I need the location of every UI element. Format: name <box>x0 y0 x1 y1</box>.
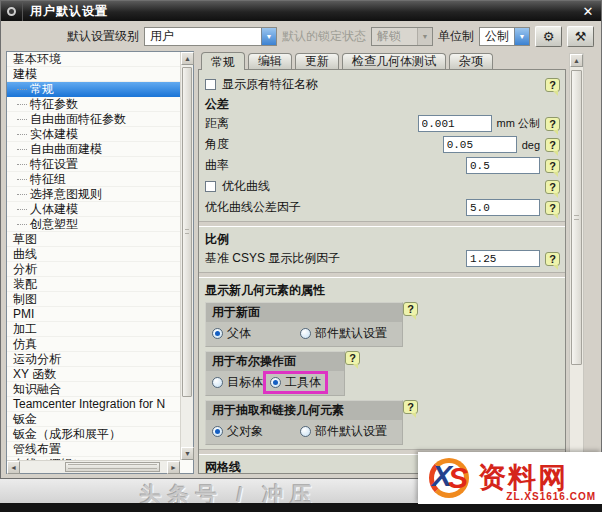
legacy-feature-names-row: 显示原有特征名称 ? <box>205 74 560 95</box>
scroll-up-icon[interactable]: ▲ <box>570 54 583 67</box>
tree-item[interactable]: 自由曲面建模 <box>7 142 180 157</box>
radio-icon[interactable] <box>212 377 223 388</box>
sidebar-hscroll-thumb[interactable] <box>65 462 160 472</box>
optimize-curve-label: 优化曲线 <box>222 178 270 195</box>
tree-item[interactable]: 特征组 <box>7 172 180 187</box>
radio-option-part-defaults[interactable]: 部件默认设置 <box>300 325 387 342</box>
tab-misc[interactable]: 杂项 <box>449 53 493 69</box>
radio-selected-icon[interactable] <box>212 328 223 339</box>
general-settings-panel: 显示原有特征名称 ? 公差 距离 mm 公制 ? 角度 deg ? 曲率 <box>198 69 566 474</box>
help-icon[interactable]: ? <box>545 252 560 266</box>
tree-item[interactable]: PMI <box>7 307 180 322</box>
optimize-factor-input[interactable] <box>466 199 540 216</box>
sidebar-scroll-thumb[interactable] <box>182 67 192 397</box>
manage-defaults-button[interactable]: ⚙ <box>535 26 562 47</box>
level-combo[interactable]: 用户 ▼ <box>144 27 277 46</box>
tree-item[interactable]: 仿真 <box>7 337 180 352</box>
tolerance-section-header: 公差 <box>205 95 560 113</box>
sidebar-horizontal-scrollbar[interactable]: ◄ ► <box>7 460 180 473</box>
tree-item[interactable]: 实体建模 <box>7 127 180 142</box>
radio-option-target-body[interactable]: 目标体 <box>212 374 263 391</box>
panel-scroll-thumb[interactable] <box>571 70 582 365</box>
angle-input[interactable] <box>443 136 517 153</box>
sidebar-vertical-scrollbar[interactable]: ▲ ▼ <box>180 52 193 460</box>
csys-scale-input[interactable] <box>466 250 540 267</box>
lock-combo: 解锁 ▼ <box>371 27 433 46</box>
tree-item[interactable]: 特征参数 <box>7 97 180 112</box>
distance-unit-label: mm 公制 <box>497 116 540 131</box>
optimize-curve-row: 优化曲线 ? <box>205 176 560 197</box>
tree-item[interactable]: 草图 <box>7 232 180 247</box>
tree-item[interactable]: 曲线 <box>7 247 180 262</box>
tree-item[interactable]: 人体建模 <box>7 202 180 217</box>
module-tree-panel: 基本环境 建模 常规 特征参数 自由曲面特征参数 实体建模 自由曲面建模 特征设… <box>6 51 194 474</box>
scroll-left-icon[interactable]: ◄ <box>7 461 20 474</box>
tree-item[interactable]: 基本环境 <box>7 52 180 67</box>
optimize-factor-label: 优化曲线公差因子 <box>205 199 301 216</box>
tab-examine-geometry[interactable]: 检查几何体测试 <box>342 53 446 69</box>
distance-input[interactable] <box>418 115 492 132</box>
radio-icon[interactable] <box>300 426 311 437</box>
close-icon[interactable]: ✕ <box>575 1 601 21</box>
tree-item[interactable]: 知识融合 <box>7 382 180 397</box>
help-icon[interactable]: ? <box>545 78 560 92</box>
tree-item[interactable]: 加工 <box>7 322 180 337</box>
radio-label: 目标体 <box>227 374 263 391</box>
tab-update[interactable]: 更新 <box>295 53 339 69</box>
legacy-feature-names-checkbox[interactable] <box>205 79 216 90</box>
unit-value: 公制 <box>480 28 514 45</box>
tree-item[interactable]: 特征设置 <box>7 157 180 172</box>
help-icon[interactable]: ? <box>403 400 418 414</box>
radio-option-part-defaults[interactable]: 部件默认设置 <box>300 423 387 440</box>
unit-combo[interactable]: 公制 ▼ <box>479 27 530 46</box>
dialog-titlebar[interactable]: 用户默认设置 ✕ <box>1 1 601 21</box>
chevron-down-icon[interactable]: ▼ <box>261 28 276 45</box>
legacy-feature-names-label: 显示原有特征名称 <box>222 76 318 93</box>
optimize-curve-checkbox[interactable] <box>205 181 216 192</box>
radio-option-parent-body[interactable]: 父体 <box>212 325 300 342</box>
chevron-down-icon[interactable]: ▼ <box>514 28 529 45</box>
radio-icon[interactable] <box>300 328 311 339</box>
tab-edit[interactable]: 编辑 <box>248 53 292 69</box>
tree-item[interactable]: 管线布置 <box>7 442 180 457</box>
tree-item[interactable]: 装配 <box>7 277 180 292</box>
boolean-faces-group: 用于布尔操作面 目标体 工具体 <box>205 351 345 396</box>
help-icon[interactable]: ? <box>545 201 560 215</box>
compare-defaults-button[interactable]: ⚒ <box>567 26 594 47</box>
tree-item[interactable]: 制图 <box>7 292 180 307</box>
help-icon[interactable]: ? <box>545 180 560 194</box>
csys-scale-row: 基准 CSYS 显示比例因子 ? <box>205 248 560 269</box>
logo-site-url: ZL.XS1616.COM <box>506 491 596 502</box>
scroll-up-icon[interactable]: ▲ <box>181 52 194 65</box>
scroll-right-icon[interactable]: ► <box>167 461 180 474</box>
tree-item[interactable]: XY 函数 <box>7 367 180 382</box>
help-icon[interactable]: ? <box>345 351 360 365</box>
tree-item[interactable]: 分析 <box>7 262 180 277</box>
help-icon[interactable]: ? <box>545 138 560 152</box>
new-faces-group-row: 用于新面 父体 部件默认设置 ? <box>205 302 560 347</box>
tree-item[interactable]: 自由曲面特征参数 <box>7 112 180 127</box>
scroll-down-icon[interactable]: ▼ <box>181 447 194 460</box>
help-icon[interactable]: ? <box>545 159 560 173</box>
lock-value: 解锁 <box>372 28 417 45</box>
tree-item[interactable]: 创意塑型 <box>7 217 180 232</box>
tree-item[interactable]: 运动分析 <box>7 352 180 367</box>
help-icon[interactable]: ? <box>403 302 418 316</box>
radio-option-tool-body-highlighted[interactable]: 工具体 <box>263 371 328 394</box>
tab-general[interactable]: 常规 <box>201 52 245 70</box>
tree-item[interactable]: 选择意图规则 <box>7 187 180 202</box>
tree-item[interactable]: 建模 <box>7 67 180 82</box>
distance-label: 距离 <box>205 115 229 132</box>
tree-item[interactable]: 钣金 <box>7 412 180 427</box>
curvature-input[interactable] <box>466 157 540 174</box>
chevron-down-icon: ▼ <box>417 28 432 45</box>
help-icon[interactable]: ? <box>545 117 560 131</box>
tree-item-selected[interactable]: 常规 <box>7 82 180 97</box>
tree-item[interactable]: 钣金（成形和展平） <box>7 427 180 442</box>
radio-selected-icon[interactable] <box>212 426 223 437</box>
tree-item[interactable]: Teamcenter Integration for N <box>7 397 180 412</box>
watermark-logo: X S 资料网 ZL.XS1616.COM <box>418 452 602 504</box>
radio-option-parent-object[interactable]: 父对象 <box>212 423 300 440</box>
radio-selected-icon[interactable] <box>270 377 281 388</box>
panel-vertical-scrollbar[interactable]: ▲ ▼ <box>569 53 584 472</box>
